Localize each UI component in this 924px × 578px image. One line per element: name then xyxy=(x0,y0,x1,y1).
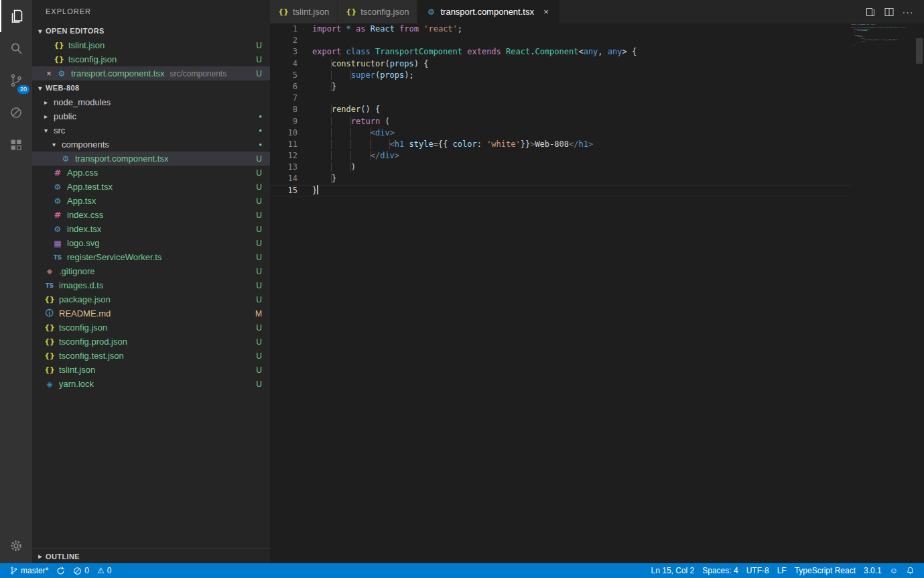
status-git-branch[interactable]: master* xyxy=(5,563,52,578)
code-line[interactable]: 15} xyxy=(270,185,924,196)
line-content: import * as React from 'react'; xyxy=(312,23,462,35)
tree-folder-row[interactable]: ▸node_modules xyxy=(32,95,270,109)
line-number: 10 xyxy=(270,127,312,139)
code-line[interactable]: 12 </div> xyxy=(270,150,924,162)
tree-file-row[interactable]: #index.cssU xyxy=(32,208,270,222)
chevron-down-icon: ▾ xyxy=(35,84,46,92)
code-line[interactable]: 8 render() { xyxy=(270,104,924,115)
react-file-icon: ⚙ xyxy=(60,154,71,164)
tree-file-row[interactable]: {}tsconfig.test.jsonU xyxy=(32,349,270,363)
json-file-icon: {} xyxy=(54,41,64,50)
status-cursor-position[interactable]: Ln 15, Col 2 xyxy=(647,563,699,578)
status-bar-right: Ln 15, Col 2Spaces: 4UTF-8LFTypeScript R… xyxy=(647,563,919,578)
status-notifications[interactable] xyxy=(902,563,919,578)
file-name: logo.svg xyxy=(67,238,99,248)
code-line[interactable]: 9 return ( xyxy=(270,116,924,127)
activity-bar-item-search[interactable] xyxy=(0,32,32,64)
code-line[interactable]: 6 } xyxy=(270,81,924,93)
scm-changes-badge: 20 xyxy=(17,85,29,94)
status-encoding[interactable]: UTF-8 xyxy=(742,563,773,578)
line-content: constructor(props) { xyxy=(312,58,428,70)
code-line[interactable]: 4 constructor(props) { xyxy=(270,58,924,70)
file-name: App.tsx xyxy=(67,196,96,206)
line-content: super(props); xyxy=(312,70,414,81)
activity-bar-item-settings[interactable] xyxy=(0,530,32,562)
tree-file-row[interactable]: {}tsconfig.jsonU xyxy=(32,321,270,335)
line-content: <h1 style={{ color: 'white'}}>Web-808</h… xyxy=(312,139,593,150)
editor-tab[interactable]: {}tslint.json xyxy=(270,0,337,23)
scrollbar-thumb[interactable] xyxy=(916,38,923,64)
tree-file-row[interactable]: ⚙App.tsxU xyxy=(32,194,270,208)
status-version[interactable]: 3.0.1 xyxy=(860,563,886,578)
tree-folder-row[interactable]: ▾src● xyxy=(32,123,270,137)
open-editor-item[interactable]: {}tslint.jsonU xyxy=(32,38,270,52)
status-sync[interactable] xyxy=(52,563,69,578)
tree-folder-row[interactable]: ▾components● xyxy=(32,137,270,152)
close-tab-icon[interactable]: × xyxy=(541,7,551,17)
code-line[interactable]: 14 } xyxy=(270,173,924,184)
activity-bar-item-explorer[interactable] xyxy=(0,0,32,32)
open-editor-description: src/components xyxy=(170,69,226,78)
status-eol[interactable]: LF xyxy=(773,563,791,578)
status-feedback[interactable]: ☺ xyxy=(886,563,902,578)
split-editor-icon[interactable] xyxy=(880,6,899,17)
tree-file-row[interactable]: ⚙transport.component.tsxU xyxy=(32,152,270,166)
tree-file-row[interactable]: {}package.jsonU xyxy=(32,292,270,306)
code-line[interactable]: 10 <div> xyxy=(270,127,924,139)
open-editor-name: transport.component.tsx xyxy=(71,68,164,78)
tree-file-row[interactable]: ◆.gitignoreU xyxy=(32,264,270,278)
file-name: App.test.tsx xyxy=(67,182,113,192)
code-line[interactable]: 1import * as React from 'react'; xyxy=(270,23,924,35)
tree-file-row[interactable]: #App.cssU xyxy=(32,166,270,180)
chevron-right-icon: ▸ xyxy=(44,113,54,120)
editor-tab[interactable]: ⚙transport.component.tsx× xyxy=(417,0,559,23)
line-content: } xyxy=(312,185,318,196)
tree-file-row[interactable]: TSimages.d.tsU xyxy=(32,278,270,292)
line-content: import * as React from 'react'; xyxy=(851,23,876,25)
status-errors[interactable]: 0 xyxy=(69,563,93,578)
code-line[interactable]: 2 xyxy=(270,35,924,46)
activity-bar: 20 xyxy=(0,0,32,563)
tree-file-row[interactable]: ◈yarn.lockU xyxy=(32,377,270,391)
workspace-header[interactable]: ▾ WEB-808 xyxy=(32,80,270,95)
code-line[interactable]: 13 ) xyxy=(270,162,924,173)
line-number: 13 xyxy=(270,162,312,173)
code-line[interactable]: 7 xyxy=(270,93,924,104)
tree-file-row[interactable]: {}tsconfig.prod.jsonU xyxy=(32,335,270,349)
activity-bar-item-debug[interactable] xyxy=(0,97,32,129)
json-file-icon: {} xyxy=(54,55,64,64)
tree-file-row[interactable]: {}tslint.jsonU xyxy=(32,363,270,377)
cursor-position-label: Ln 15, Col 2 xyxy=(651,566,695,575)
code-line[interactable]: 11 <h1 style={{ color: 'white'}}>Web-808… xyxy=(270,139,924,150)
status-language-mode[interactable]: TypeScript React xyxy=(791,563,860,578)
tree-folder-row[interactable]: ▸public● xyxy=(32,109,270,123)
git-status-badge: U xyxy=(256,154,262,164)
close-editor-icon[interactable]: × xyxy=(44,68,54,78)
code-editor[interactable]: 1import * as React from 'react';23export… xyxy=(270,23,924,563)
file-name: App.css xyxy=(67,168,98,178)
tree-file-row[interactable]: TSregisterServiceWorker.tsU xyxy=(32,250,270,264)
code-line[interactable]: 5 super(props); xyxy=(270,70,924,81)
outline-header[interactable]: ▸ OUTLINE xyxy=(32,548,270,563)
code-line[interactable]: 3export class TransportComponent extends… xyxy=(270,46,924,58)
status-warnings[interactable]: ⚠0 xyxy=(93,563,115,578)
tree-file-row[interactable]: ▦logo.svgU xyxy=(32,236,270,250)
activity-bar-item-source-control[interactable]: 20 xyxy=(0,64,32,97)
tree-file-row[interactable]: ⓘREADME.mdM xyxy=(32,306,270,321)
editor-scrollbar[interactable] xyxy=(915,23,924,563)
more-actions-icon[interactable]: ··· xyxy=(899,7,917,17)
minimap[interactable]: import * as React from 'react';export cl… xyxy=(851,23,915,563)
tab-bar: {}tslint.json{}tsconfig.json⚙transport.c… xyxy=(270,0,924,23)
tree-file-row[interactable]: ⚙index.tsxU xyxy=(32,222,270,236)
editor-tab[interactable]: {}tsconfig.json xyxy=(338,0,417,23)
activity-bar-item-extensions[interactable] xyxy=(0,129,32,161)
open-editor-item[interactable]: {}tsconfig.jsonU xyxy=(32,52,270,66)
open-changes-icon[interactable] xyxy=(861,6,880,17)
open-editor-item[interactable]: ×⚙transport.component.tsxsrc/componentsU xyxy=(32,66,270,80)
status-indentation[interactable]: Spaces: 4 xyxy=(698,563,742,578)
tree-file-row[interactable]: ⚙App.test.tsxU xyxy=(32,180,270,194)
warnings-label: 0 xyxy=(107,566,112,575)
open-editors-header[interactable]: ▾ OPEN EDITORS xyxy=(32,23,270,38)
tab-label: transport.component.tsx xyxy=(440,7,533,17)
line-content: } xyxy=(312,173,336,184)
